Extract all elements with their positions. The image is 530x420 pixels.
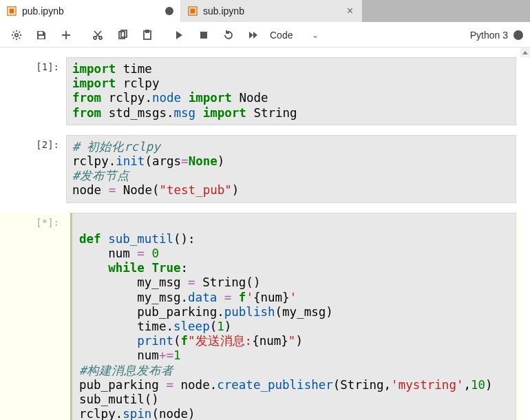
svg-point-4 xyxy=(15,33,18,36)
svg-rect-6 xyxy=(39,36,44,39)
save-icon xyxy=(36,30,47,41)
fast-forward-icon xyxy=(248,30,259,41)
code-cell[interactable]: [2]:# 初始化rclpy rclpy.init(args=None) #发布… xyxy=(0,135,523,203)
tab-filler xyxy=(362,0,530,22)
settings-button[interactable] xyxy=(8,26,25,44)
tab-label: pub.ipynb xyxy=(22,6,161,17)
code-editor[interactable]: import time import rclpy from rclpy.node… xyxy=(72,62,510,120)
close-icon[interactable]: × xyxy=(346,5,354,17)
gear-icon xyxy=(11,30,22,41)
cut-button[interactable] xyxy=(89,26,107,44)
dirty-indicator-icon xyxy=(165,7,173,15)
chevron-down-icon: ⌄ xyxy=(312,30,319,40)
svg-rect-12 xyxy=(146,30,149,32)
tab-sub[interactable]: sub.ipynb × xyxy=(181,0,362,22)
kernel-selector[interactable]: Python 3 xyxy=(470,30,523,41)
svg-point-8 xyxy=(99,36,102,39)
add-cell-button[interactable] xyxy=(57,26,75,44)
code-editor[interactable]: # 初始化rclpy rclpy.init(args=None) #发布节点 n… xyxy=(72,140,510,198)
paste-icon xyxy=(142,30,153,41)
prompt: [1]: xyxy=(0,57,66,125)
restart-button[interactable] xyxy=(220,26,237,44)
run-all-button[interactable] xyxy=(244,26,262,44)
plus-icon xyxy=(61,30,72,41)
cell-type-select[interactable]: Code ⌄ xyxy=(270,30,319,41)
copy-button[interactable] xyxy=(114,26,131,44)
tab-pub[interactable]: pub.ipynb xyxy=(0,0,181,22)
notebook-icon xyxy=(188,6,198,16)
play-icon xyxy=(173,30,184,41)
cell-type-label: Code xyxy=(270,30,293,41)
kernel-label: Python 3 xyxy=(470,30,508,41)
notebook-area: [1]:import time import rclpy from rclpy.… xyxy=(0,48,530,420)
prompt: [*]: xyxy=(0,213,66,420)
paste-button[interactable] xyxy=(138,26,156,44)
svg-point-7 xyxy=(94,36,96,39)
code-cell[interactable]: [*]: def sub_mutil(): num = 0 while True… xyxy=(0,213,523,420)
copy-icon xyxy=(117,30,128,41)
cut-icon xyxy=(92,30,103,41)
tab-bar: pub.ipynb sub.ipynb × xyxy=(0,0,530,23)
prompt: [2]: xyxy=(0,135,66,203)
svg-rect-13 xyxy=(200,32,207,39)
code-cell[interactable]: [1]:import time import rclpy from rclpy.… xyxy=(0,57,523,125)
stop-button[interactable] xyxy=(195,26,213,44)
restart-icon xyxy=(223,30,234,41)
code-editor[interactable]: def sub_mutil(): num = 0 while True: my_… xyxy=(79,218,510,420)
tab-label: sub.ipynb xyxy=(203,6,346,17)
run-button[interactable] xyxy=(170,26,188,44)
notebook-icon xyxy=(7,6,17,16)
kernel-status-icon xyxy=(513,30,523,40)
svg-rect-1 xyxy=(10,9,14,14)
svg-rect-5 xyxy=(39,32,43,34)
stop-icon xyxy=(198,30,209,41)
save-button[interactable] xyxy=(32,26,50,44)
scrollbar[interactable] xyxy=(520,48,530,57)
svg-rect-3 xyxy=(191,9,195,14)
toolbar: Code ⌄ Python 3 xyxy=(0,23,530,48)
